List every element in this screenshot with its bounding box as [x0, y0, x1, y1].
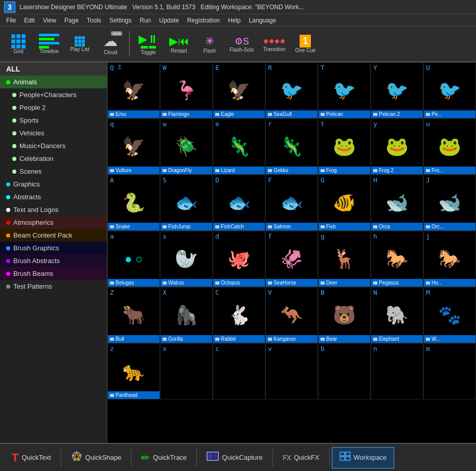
menu-item-language[interactable]: Language	[245, 16, 280, 25]
sidebar-item-vehicles[interactable]: Vehicles	[0, 127, 107, 139]
test-patterns-dot	[6, 285, 10, 289]
menu-item-file[interactable]: File	[2, 16, 20, 25]
lizard-label: Lizard	[213, 167, 265, 174]
flash-solo-button[interactable]: ⚙S Flash-Solo	[226, 29, 258, 59]
cell-flamingo[interactable]: W 🦩 Flamingo	[160, 62, 213, 119]
cell-letter: y	[373, 120, 377, 128]
cell-lizard[interactable]: e 🦎 Lizard	[213, 119, 265, 175]
cell-frog2[interactable]: y 🐸 Frog 2	[371, 119, 423, 175]
brush-abstracts-label: Brush Abstracts	[13, 257, 60, 265]
cell-rabbit[interactable]: C 🐇 Rabbit	[213, 287, 265, 343]
workspace-button[interactable]: Workspace	[332, 447, 395, 468]
cell-emu[interactable]: Q Σ 🦅 Emu	[107, 62, 160, 119]
sidebar-item-animals[interactable]: Animals	[0, 76, 107, 88]
cell-snake[interactable]: A 🐍 Snake	[107, 175, 160, 231]
sidebar-item-people-characters[interactable]: People+Characters	[0, 88, 107, 101]
menu-item-settings[interactable]: Settings	[105, 16, 135, 25]
quickfx-button[interactable]: FX QuickFX	[275, 447, 327, 468]
menu-item-page[interactable]: Page	[60, 16, 83, 25]
sidebar-item-scenes[interactable]: Scenes	[0, 165, 107, 178]
cell-pe[interactable]: U 🐦 Pe...	[423, 62, 476, 119]
toggle-button[interactable]: ▶⏸ Toggle	[134, 29, 163, 59]
cell-frog[interactable]: t 🐸 Frog	[318, 119, 371, 175]
eagle-label: Eagle	[213, 110, 265, 118]
cell-w[interactable]: M 🐾 W...	[423, 287, 476, 343]
sidebar-item-music-dancers[interactable]: Music+Dancers	[0, 139, 107, 152]
cell-fro[interactable]: u 🐸 Fro...	[423, 119, 476, 175]
cell-fishjump[interactable]: S 🐟 FishJump	[160, 175, 213, 231]
one-cue-button[interactable]: 1 One Cue	[291, 29, 320, 59]
cell-walrus[interactable]: s 🦭 Walrus	[160, 231, 213, 287]
sidebar-item-brush-graphics[interactable]: Brush Graphics	[0, 242, 107, 254]
cloud-button[interactable]: ☁ beta Cloud	[96, 29, 125, 59]
cell-x-empty[interactable]: x	[160, 343, 213, 399]
sidebar-item-brush-abstracts[interactable]: Brush Abstracts	[0, 254, 107, 267]
bull-drawing: 🐂	[108, 288, 160, 343]
menu-item-run[interactable]: Run	[135, 16, 155, 25]
cell-belugas[interactable]: a ● ○ Belugas	[107, 231, 160, 287]
quickcapture-button[interactable]: QuickCapture	[199, 447, 270, 468]
octopus-label: Octopus	[213, 279, 265, 287]
sidebar-item-all[interactable]: ALL	[0, 62, 107, 76]
cell-letter: n	[373, 345, 377, 352]
cell-octopus[interactable]: d 🐙 Octopus	[213, 231, 265, 287]
timeline-button[interactable]: Timeline	[35, 29, 63, 59]
cell-elephant[interactable]: N 🐘 Elephant	[371, 287, 423, 343]
playlist-button[interactable]: Play List	[65, 29, 94, 59]
abstracts-dot	[6, 195, 10, 199]
cell-n-empty[interactable]: n	[371, 343, 423, 399]
sidebar-item-graphics[interactable]: Graphics	[0, 178, 107, 191]
cell-c-empty[interactable]: c	[213, 343, 265, 399]
cell-v-empty[interactable]: v	[265, 343, 318, 399]
cell-pegasus[interactable]: h 🐎 Pegasus	[371, 231, 423, 287]
menu-item-update[interactable]: Update	[155, 16, 183, 25]
cell-vulture[interactable]: q 🦅 Vulture	[107, 119, 160, 175]
flash-button[interactable]: ✳ Flash	[195, 29, 224, 59]
sidebar-item-brush-beams[interactable]: Brush Beams	[0, 267, 107, 280]
cell-eagle[interactable]: E 🦅 Eagle	[213, 62, 265, 119]
restart-button[interactable]: ▶⏮ Restart	[165, 29, 193, 59]
sidebar-item-celebration[interactable]: Celebration	[0, 152, 107, 165]
abstracts-label: Abstracts	[13, 193, 41, 201]
menu-item-edit[interactable]: Edit	[20, 16, 39, 25]
cell-fishcatch[interactable]: D 🐟 FishCatch	[213, 175, 265, 231]
cell-bear[interactable]: B 🐻 Bear	[318, 287, 371, 343]
menu-item-registration[interactable]: Registration	[183, 16, 224, 25]
sidebar-item-atmospherics[interactable]: Atmospherics	[0, 216, 107, 229]
quicktext-button[interactable]: T QuickText	[4, 447, 59, 468]
cell-letter: v	[268, 345, 272, 352]
menu-item-help[interactable]: Help	[224, 16, 245, 25]
cell-dragonfly[interactable]: w 🪲 DragonFly	[160, 119, 213, 175]
cell-panthead[interactable]: z 🐆 Panthead	[107, 343, 160, 399]
cell-kangaroo[interactable]: V 🦘 Kangaroo	[265, 287, 318, 343]
cell-pelican2[interactable]: Y 🐦 Pelican 2	[371, 62, 423, 119]
cell-orc[interactable]: J 🐋 Orc...	[423, 175, 476, 231]
cell-seagull[interactable]: R 🐦 SeaGull	[265, 62, 318, 119]
sidebar-item-test-patterns[interactable]: Test Patterns	[0, 280, 107, 293]
sidebar-item-text-logos[interactable]: Text and Logos	[0, 203, 107, 216]
cell-deer[interactable]: g 🦌 Deer	[318, 231, 371, 287]
menu-item-tools[interactable]: Tools	[83, 16, 105, 25]
grid-button[interactable]: Grid	[4, 29, 33, 59]
cell-fish[interactable]: G 🐠 Fish	[318, 175, 371, 231]
cell-b-empty[interactable]: b	[318, 343, 371, 399]
cell-gorilla[interactable]: X 🦍 Gorilla	[160, 287, 213, 343]
cell-pelican[interactable]: T 🐦 Pelican	[318, 62, 371, 119]
cell-bull[interactable]: Z 🐂 Bull	[107, 287, 160, 343]
cell-m-empty[interactable]: m	[423, 343, 476, 399]
transition-button[interactable]: ●●●● Transition	[260, 29, 289, 59]
cell-letter: d	[215, 232, 219, 240]
cell-gekko[interactable]: r 🦎 Gekko	[265, 119, 318, 175]
sidebar-item-beam-content[interactable]: Beam Content Pack	[0, 229, 107, 242]
sidebar-item-people-2[interactable]: People 2	[0, 101, 107, 114]
cell-orca[interactable]: H 🐋 Orca	[371, 175, 423, 231]
quicktrace-button[interactable]: ✏ QuickTrace	[133, 447, 194, 468]
quickshape-button[interactable]: QuickShape	[63, 447, 129, 468]
film-icon	[373, 338, 377, 341]
menu-item-view[interactable]: View	[39, 16, 60, 25]
cell-seahorse[interactable]: f 🦑 SeaHorse	[265, 231, 318, 287]
sidebar-item-abstracts[interactable]: Abstracts	[0, 191, 107, 203]
cell-ho[interactable]: j 🐎 Ho...	[423, 231, 476, 287]
sidebar-item-sports[interactable]: Sports	[0, 114, 107, 127]
cell-salmon[interactable]: F 🐟 Salmon	[265, 175, 318, 231]
